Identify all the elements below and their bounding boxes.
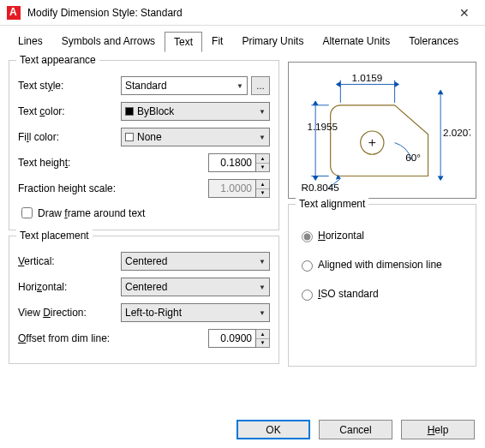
- cancel-button[interactable]: Cancel: [319, 420, 392, 439]
- fill-color-label: Fill color:: [18, 131, 121, 143]
- ok-button[interactable]: OK: [237, 420, 310, 439]
- tab-tolerances[interactable]: Tolerances: [399, 31, 468, 51]
- text-height-input[interactable]: [208, 153, 256, 172]
- window-title: Modify Dimension Style: Standard: [27, 7, 447, 19]
- color-swatch-icon: [125, 133, 134, 141]
- chevron-down-icon: ▼: [259, 284, 266, 291]
- fill-color-combo[interactable]: None▼: [121, 128, 270, 146]
- draw-frame-checkbox[interactable]: [21, 207, 33, 218]
- chevron-down-icon: ▼: [259, 309, 266, 317]
- tab-symbols[interactable]: Symbols and Arrows: [52, 31, 165, 51]
- text-style-browse-button[interactable]: …: [251, 76, 270, 95]
- tab-primary[interactable]: Primary Units: [232, 31, 313, 51]
- fraction-scale-input: [208, 179, 256, 198]
- text-height-spinner[interactable]: ▲▼: [256, 153, 270, 172]
- horizontal-combo[interactable]: Centered▼: [121, 278, 270, 296]
- svg-text:60°: 60°: [405, 152, 421, 163]
- tab-fit[interactable]: Fit: [202, 31, 232, 51]
- offset-spinner[interactable]: ▲▼: [256, 329, 270, 348]
- direction-label: View Direction:: [18, 307, 121, 319]
- fraction-scale-spinner: ▲▼: [256, 179, 270, 198]
- draw-frame-label: Draw frame around text: [38, 207, 145, 219]
- dimension-preview: 1.0159 1.1955 2.0207 60° R0.8045: [288, 62, 476, 199]
- fraction-scale-label: Fraction height scale:: [18, 182, 138, 194]
- horizontal-label: Horizontal:: [18, 281, 121, 293]
- alignment-aligned-label: Aligned with dimension line: [318, 259, 442, 271]
- alignment-horizontal-radio[interactable]: [302, 231, 313, 242]
- tab-lines[interactable]: Lines: [9, 31, 52, 51]
- text-placement-group: Text placement Vertical: Centered▼ Horiz…: [9, 236, 279, 364]
- text-style-combo[interactable]: Standard▼: [121, 76, 248, 95]
- chevron-down-icon: ▼: [237, 82, 243, 90]
- offset-input[interactable]: [208, 329, 256, 348]
- svg-text:1.1955: 1.1955: [307, 121, 338, 132]
- help-button[interactable]: Help: [401, 420, 475, 439]
- app-icon: [7, 6, 21, 20]
- svg-text:2.0207: 2.0207: [443, 127, 470, 138]
- svg-text:R0.8045: R0.8045: [302, 182, 339, 193]
- text-style-label: Text style:: [18, 80, 121, 92]
- close-button[interactable]: ✕: [447, 0, 482, 26]
- chevron-down-icon: ▼: [259, 258, 266, 266]
- tab-alternate[interactable]: Alternate Units: [313, 31, 399, 51]
- text-color-combo[interactable]: ByBlock▼: [121, 102, 270, 121]
- chevron-down-icon: ▼: [259, 108, 266, 116]
- vertical-label: Vertical:: [18, 255, 121, 267]
- text-height-label: Text height:: [18, 157, 121, 169]
- offset-label: Offset from dim line:: [18, 332, 138, 344]
- text-appearance-group: Text appearance Text style: Standard▼ … …: [9, 60, 279, 230]
- alignment-horizontal-label: Horizontal: [318, 230, 364, 242]
- tab-text[interactable]: Text: [165, 32, 202, 52]
- svg-text:1.0159: 1.0159: [352, 72, 383, 83]
- alignment-iso-radio[interactable]: [302, 290, 313, 301]
- appearance-legend: Text appearance: [16, 54, 99, 66]
- vertical-combo[interactable]: Centered▼: [121, 252, 270, 271]
- color-swatch-icon: [125, 107, 134, 116]
- alignment-iso-label: ISO standard: [318, 288, 379, 300]
- chevron-down-icon: ▼: [259, 134, 266, 141]
- text-color-label: Text color:: [18, 105, 121, 117]
- direction-combo[interactable]: Left-to-Right▼: [121, 303, 270, 322]
- placement-legend: Text placement: [16, 230, 93, 242]
- tab-bar: Lines Symbols and Arrows Text Fit Primar…: [9, 31, 476, 51]
- text-alignment-group: Text alignment Horizontal Aligned with d…: [288, 204, 476, 367]
- alignment-aligned-radio[interactable]: [302, 260, 313, 272]
- alignment-legend: Text alignment: [296, 198, 368, 210]
